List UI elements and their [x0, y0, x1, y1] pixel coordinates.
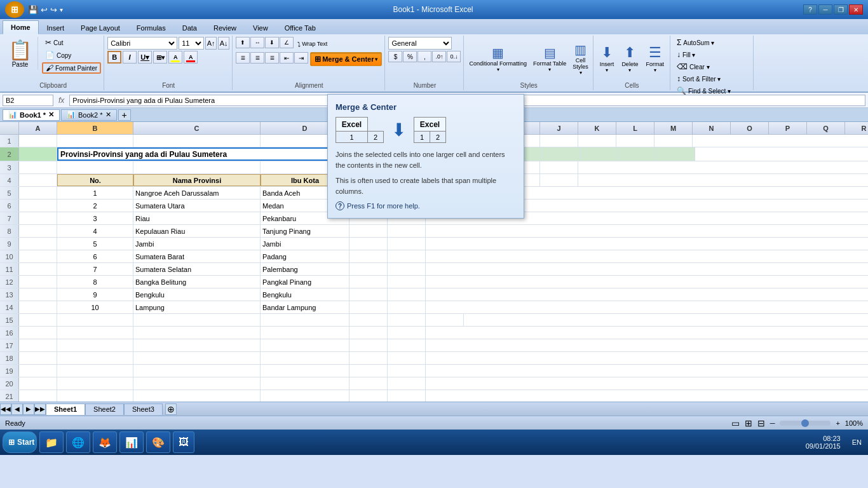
cell-a3[interactable]	[19, 161, 57, 173]
align-left-button[interactable]: ≡	[236, 52, 250, 64]
tooltip-help-link[interactable]: ? Press F1 for more help.	[336, 201, 516, 210]
cell-e11[interactable]	[349, 263, 388, 275]
format-table-dropdown[interactable]: ▾	[548, 67, 551, 72]
cell-e15[interactable]	[349, 314, 388, 326]
close-book1-button[interactable]: ✕	[48, 111, 54, 119]
font-family-select[interactable]: Calibri	[107, 37, 177, 50]
cell-f10[interactable]	[388, 250, 426, 262]
cell-c13[interactable]: Bengkulu	[133, 288, 261, 301]
cell-c4[interactable]: Nama Provinsi	[133, 174, 261, 186]
restore-button[interactable]: ❐	[834, 4, 848, 15]
align-bottom-button[interactable]: ⬇	[265, 37, 279, 48]
cell-d19[interactable]	[261, 365, 349, 377]
cell-e21[interactable]	[349, 390, 388, 402]
page-layout-view-button[interactable]: ⊞	[745, 418, 752, 428]
cell-c12[interactable]: Bangka Belitung	[133, 276, 261, 288]
percent-button[interactable]: %	[403, 51, 417, 62]
cond-format-dropdown[interactable]: ▾	[497, 67, 499, 72]
tab-formulas[interactable]: Formulas	[128, 20, 174, 34]
sheet-nav-next[interactable]: ▶	[23, 403, 34, 415]
cell-a14[interactable]	[19, 301, 57, 313]
cell-c5[interactable]: Nangroe Aceh Darussalam	[133, 187, 261, 199]
cell-e20[interactable]	[349, 377, 388, 390]
taskbar-ie-button[interactable]: 🌐	[66, 431, 90, 453]
cell-b4[interactable]: No.	[57, 174, 133, 186]
cell-k2[interactable]	[581, 147, 619, 161]
clear-button[interactable]: ⌫ Clear ▾	[674, 61, 713, 72]
cell-c8[interactable]: Kepulauan Riau	[133, 225, 261, 237]
cell-c21[interactable]	[133, 390, 261, 402]
cell-c14[interactable]: Lampung	[133, 301, 261, 313]
cell-c9[interactable]: Jambi	[133, 238, 261, 250]
cell-c19[interactable]	[133, 365, 261, 377]
sheet-nav-left[interactable]: ◀◀	[0, 403, 11, 415]
format-dropdown[interactable]: ▾	[654, 67, 656, 73]
taskbar-firefox-button[interactable]: 🦊	[93, 431, 117, 453]
cell-b2[interactable]: Provinsi-Provinsi yang ada di Pulau Sume…	[57, 147, 352, 161]
cell-a5[interactable]	[19, 187, 57, 199]
fill-color-button[interactable]: A	[168, 51, 182, 64]
workbook-tab-book2[interactable]: 📊 Book2 * ✕	[61, 109, 117, 121]
cell-e8[interactable]	[349, 225, 388, 237]
cell-a20[interactable]	[19, 377, 57, 390]
col-header-m[interactable]: M	[654, 122, 693, 134]
save-icon[interactable]: 💾	[28, 5, 38, 15]
delete-dropdown[interactable]: ▾	[628, 67, 631, 73]
cell-a4[interactable]	[19, 174, 57, 186]
cell-a9[interactable]	[19, 238, 57, 250]
sheet-tab-sheet1[interactable]: Sheet1	[46, 403, 85, 415]
format-painter-button[interactable]: 🖌 Format Painter	[42, 62, 101, 74]
sort-filter-button[interactable]: ↕ Sort & Filter ▾	[674, 73, 724, 85]
cell-e9[interactable]	[349, 238, 388, 250]
wrap-text-button[interactable]: ⤵ Wrap Text	[294, 37, 330, 51]
cell-a18[interactable]	[19, 352, 57, 364]
col-header-q[interactable]: Q	[807, 122, 845, 134]
col-header-p[interactable]: P	[769, 122, 807, 134]
col-header-l[interactable]: L	[616, 122, 654, 134]
cell-f14[interactable]	[388, 301, 426, 313]
minimize-button[interactable]: ─	[818, 4, 832, 15]
cell-b12[interactable]: 8	[57, 276, 133, 288]
cell-c18[interactable]	[133, 352, 261, 364]
cell-f20[interactable]	[388, 377, 426, 390]
cell-a11[interactable]	[19, 263, 57, 275]
col-header-a[interactable]: A	[19, 122, 57, 134]
cell-b9[interactable]: 5	[57, 238, 133, 250]
close-book2-button[interactable]: ✕	[105, 111, 111, 119]
cell-f11[interactable]	[388, 263, 426, 275]
cell-g15[interactable]	[426, 314, 464, 326]
cell-styles-dropdown[interactable]: ▾	[580, 70, 582, 76]
sheet-nav-right[interactable]: ▶▶	[34, 403, 46, 415]
cell-d9[interactable]: Jambi	[261, 238, 349, 250]
delete-button[interactable]: ⬆ Delete ▾	[618, 43, 641, 75]
cell-e10[interactable]	[349, 250, 388, 262]
cell-e13[interactable]	[349, 288, 388, 301]
cell-e12[interactable]	[349, 276, 388, 288]
cell-a8[interactable]	[19, 225, 57, 237]
cell-a7[interactable]	[19, 212, 57, 224]
cell-a15[interactable]	[19, 314, 57, 326]
help-button[interactable]: ?	[803, 4, 817, 15]
number-format-select[interactable]: General	[388, 37, 452, 50]
cell-b17[interactable]	[57, 339, 133, 351]
sheet-tab-sheet2[interactable]: Sheet2	[85, 403, 124, 415]
new-sheet-button[interactable]: ⊕	[165, 403, 177, 415]
taskbar-photos-button[interactable]: 🖼	[173, 431, 194, 453]
cell-f17[interactable]	[388, 339, 426, 351]
cell-f13[interactable]	[388, 288, 426, 301]
cell-d12[interactable]: Pangkal Pinang	[261, 276, 349, 288]
cell-b11[interactable]: 7	[57, 263, 133, 275]
align-middle-button[interactable]: ↔	[250, 37, 264, 48]
bold-button[interactable]: B	[107, 51, 121, 64]
cell-a12[interactable]	[19, 276, 57, 288]
cell-m1[interactable]	[654, 135, 693, 147]
cut-button[interactable]: ✂ Cut	[42, 37, 101, 48]
cell-f16[interactable]	[388, 327, 426, 339]
language-indicator[interactable]: EN	[848, 438, 865, 446]
cell-c3[interactable]	[133, 161, 261, 173]
taskbar-explorer-button[interactable]: 📁	[39, 431, 64, 453]
decrease-decimal-button[interactable]: 0.↓	[447, 51, 461, 62]
cell-b7[interactable]: 3	[57, 212, 133, 224]
text-wrap-angle-button[interactable]: ∠	[280, 37, 294, 48]
cell-j4[interactable]	[540, 174, 578, 186]
